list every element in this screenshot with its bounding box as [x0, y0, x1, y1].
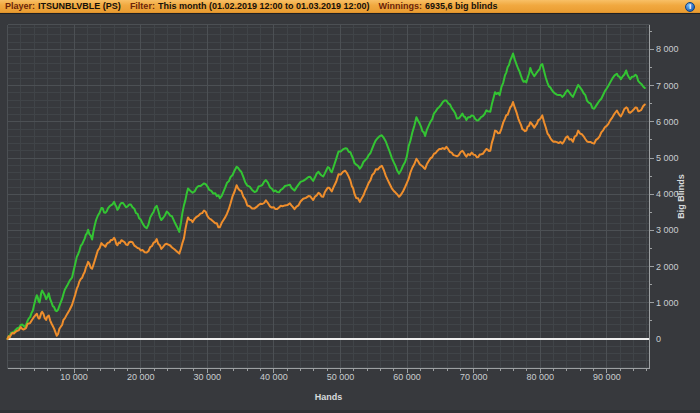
y-tick-label: 5 000	[656, 153, 679, 163]
header-bar: Player: ITSUNBLVBLE (PS) Filter: This mo…	[0, 0, 700, 14]
player-value: ITSUNBLVBLE (PS)	[38, 0, 121, 13]
orange-line-series	[8, 102, 645, 339]
x-tick-label: 60 000	[393, 372, 421, 382]
winnings-value: 6935,6 big blinds	[425, 0, 498, 13]
y-tick-label: 3 000	[656, 225, 679, 235]
winnings-label: Winnings:	[379, 0, 422, 13]
green-line-series	[8, 54, 645, 340]
info-icon[interactable]: i	[685, 2, 695, 12]
filter-value: This month (01.02.2019 12:00 to 01.03.20…	[158, 0, 370, 13]
y-tick-label: 7 000	[656, 81, 679, 91]
chart-canvas: 10 00020 00030 00040 00050 00060 00070 0…	[0, 14, 700, 413]
winnings-chart: 10 00020 00030 00040 00050 00060 00070 0…	[0, 14, 700, 413]
x-tick-label: 20 000	[127, 372, 155, 382]
y-tick-label: 1 000	[656, 298, 679, 308]
x-axis-title: Hands	[315, 392, 343, 402]
x-tick-label: 80 000	[527, 372, 555, 382]
x-tick-label: 10 000	[60, 372, 88, 382]
x-tick-label: 90 000	[593, 372, 621, 382]
x-tick-label: 70 000	[460, 372, 488, 382]
x-tick-label: 50 000	[327, 372, 355, 382]
player-label: Player:	[5, 0, 35, 13]
y-tick-label: 0	[656, 334, 661, 344]
x-tick-label: 30 000	[194, 372, 222, 382]
y-axis-title: Big Blinds	[676, 174, 686, 219]
y-tick-label: 8 000	[656, 44, 679, 54]
y-tick-label: 2 000	[656, 262, 679, 272]
filter-label: Filter:	[130, 0, 155, 13]
x-tick-label: 40 000	[260, 372, 288, 382]
poker-graph-window: Player: ITSUNBLVBLE (PS) Filter: This mo…	[0, 0, 700, 413]
y-tick-label: 6 000	[656, 117, 679, 127]
